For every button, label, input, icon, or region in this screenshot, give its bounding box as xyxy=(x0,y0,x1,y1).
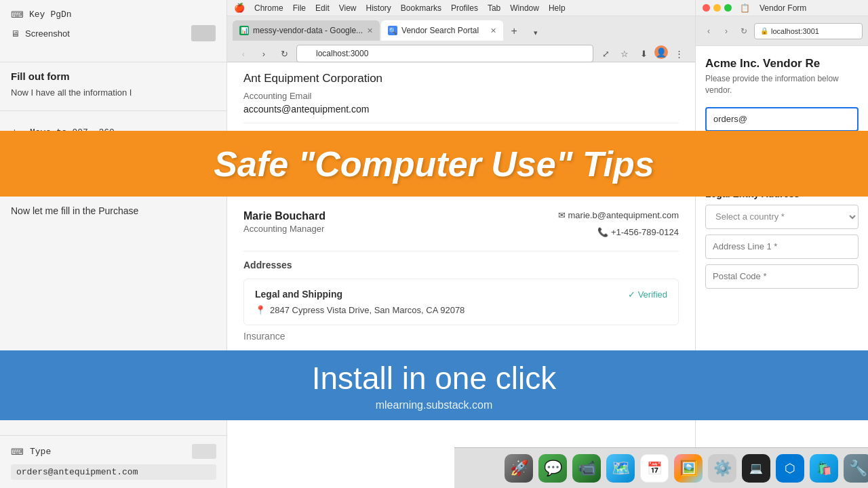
dock-prefs[interactable]: 🔧 xyxy=(844,454,868,483)
dock-photos[interactable]: 🖼️ xyxy=(674,454,703,483)
minimize-button[interactable] xyxy=(713,4,721,12)
menu-tab[interactable]: Tab xyxy=(488,3,500,13)
now-let-text: Now let me fill in the Purchase xyxy=(11,205,216,216)
left-bottom: ⌨ Type orders@antequipment.com xyxy=(0,435,227,488)
contact-name: Marie Bouchard xyxy=(243,210,326,222)
browser-chrome: 📊 messy-vendor-data - Google... ✕ 🔍 Vend… xyxy=(227,16,695,62)
address-bar-container: 🔒 xyxy=(296,45,593,62)
download-btn[interactable]: ⬇ xyxy=(635,45,652,62)
menu-file[interactable]: File xyxy=(293,3,306,13)
tab-spreadsheet[interactable]: 📊 messy-vendor-data - Google... ✕ xyxy=(233,20,380,41)
bottom-keyboard-icon: ⌨ xyxy=(11,447,24,457)
screenshot-btn[interactable]: ⤢ xyxy=(597,45,614,62)
dock-vscode[interactable]: ⬡ xyxy=(776,454,804,483)
fill-out-title: Fill out form xyxy=(11,70,216,82)
screenshot-icon: 🖥 xyxy=(11,28,20,39)
dock-store[interactable]: 🛍️ xyxy=(810,454,838,483)
tab-spreadsheet-close[interactable]: ✕ xyxy=(367,26,373,35)
menu-help[interactable]: Help xyxy=(549,3,566,13)
bottom-type-value: orders@antequipment.com xyxy=(11,464,216,480)
address-card-header: Legal and Shipping ✓ Verified xyxy=(255,289,667,300)
screenshot-label: Screenshot xyxy=(25,28,70,39)
divider-2 xyxy=(0,110,226,111)
company-name: Ant Equipment Corporation xyxy=(227,62,695,89)
back-button[interactable]: ‹ xyxy=(235,45,252,62)
profile-btn[interactable]: 👤 xyxy=(654,45,668,59)
contact-phone: +1-456-789-0124 xyxy=(611,227,679,237)
right-forward-btn[interactable]: › xyxy=(719,24,734,39)
bookmark-btn[interactable]: ☆ xyxy=(616,45,633,62)
dock-messages[interactable]: 💬 xyxy=(538,454,567,483)
tab-portal-close[interactable]: ✕ xyxy=(490,26,496,35)
address-card-title: Legal and Shipping xyxy=(255,289,342,300)
blue-banner: Install in one click mlearning.substack.… xyxy=(0,350,868,420)
tab-spreadsheet-label: messy-vendor-data - Google... xyxy=(253,26,363,35)
postal-code-input[interactable] xyxy=(705,264,859,289)
contact-right: ✉ marie.b@antequipment.com 📞 +1-456-789-… xyxy=(558,210,679,240)
portal-divider-1 xyxy=(243,123,679,123)
verified-badge: ✓ Verified xyxy=(628,289,667,300)
blue-banner-sub-text: mlearning.substack.com xyxy=(376,399,493,411)
country-select[interactable]: Select a country * xyxy=(705,205,859,229)
contact-card: Marie Bouchard Accounting Manager ✉ mari… xyxy=(227,191,695,251)
new-tab-button[interactable]: + xyxy=(505,22,524,41)
portal-content: Ant Equipment Corporation Accounting Ema… xyxy=(227,62,695,488)
refresh-button[interactable]: ↻ xyxy=(276,45,292,62)
location-icon: 📍 xyxy=(255,305,266,315)
menu-bookmarks[interactable]: Bookmarks xyxy=(401,3,441,13)
key-label: Key xyxy=(29,9,45,20)
orange-banner: Safe "Computer Use" Tips xyxy=(0,131,868,197)
right-url-bar[interactable]: 🔒 localhost:3001 xyxy=(754,23,863,39)
tab-vendor-portal[interactable]: 🔍 Vendor Search Portal ✕ xyxy=(381,20,503,41)
vendor-form-favicon: 📋 xyxy=(740,3,750,13)
key-icon: ⌨ xyxy=(11,9,24,20)
menu-chrome[interactable]: Chrome xyxy=(254,3,283,13)
vendor-form-subtitle: Please provide the information below ven… xyxy=(705,73,859,96)
right-back-btn[interactable]: ‹ xyxy=(701,24,716,39)
right-refresh-btn[interactable]: ↻ xyxy=(736,24,751,39)
menu-window[interactable]: Window xyxy=(510,3,539,13)
right-mac-bar: 📋 Vendor Form xyxy=(696,0,868,16)
key-row: ⌨ Key PgDn xyxy=(11,9,216,20)
mac-menubar: 🍎 Chrome File Edit View History Bookmark… xyxy=(227,0,695,16)
right-window-title: Vendor Form xyxy=(760,3,806,13)
menu-profiles[interactable]: Profiles xyxy=(451,3,478,13)
menu-edit[interactable]: Edit xyxy=(315,3,330,13)
accounting-email-label: Accounting Email xyxy=(227,89,695,102)
address-card: Legal and Shipping ✓ Verified 📍 2847 Cyp… xyxy=(243,279,679,325)
addresses-section: Addresses Legal and Shipping ✓ Verified … xyxy=(227,260,695,325)
more-btn[interactable]: ⋮ xyxy=(671,45,687,62)
contact-phone-row: 📞 +1-456-789-0124 xyxy=(597,227,679,237)
right-url-text: localhost:3001 xyxy=(771,27,819,35)
dock-launchpad[interactable]: 🚀 xyxy=(505,454,533,483)
address-input[interactable] xyxy=(296,45,593,62)
tab-portal-favicon: 🔍 xyxy=(388,26,397,35)
accounting-email-value: accounts@antequipment.com xyxy=(227,102,695,123)
blue-banner-main-text: Install in one click xyxy=(312,360,557,396)
dock-terminal[interactable]: 💻 xyxy=(742,454,770,483)
dock-maps[interactable]: 🗺️ xyxy=(606,454,635,483)
addresses-label: Addresses xyxy=(243,260,679,270)
tab-dropdown-button[interactable]: ▾ xyxy=(528,24,544,41)
dock-facetime[interactable]: 📹 xyxy=(572,454,601,483)
bottom-kbd-thumb xyxy=(192,444,216,459)
dock-settings[interactable]: ⚙️ xyxy=(708,454,736,483)
maximize-button[interactable] xyxy=(724,4,732,12)
forward-button[interactable]: › xyxy=(256,45,272,62)
address-line1-input[interactable] xyxy=(705,235,859,259)
phone-icon: 📞 xyxy=(597,227,608,237)
close-button[interactable] xyxy=(703,4,710,12)
left-top-section: ⌨ Key PgDn 🖥 Screenshot xyxy=(0,0,226,62)
dock-calendar[interactable]: 📅 xyxy=(640,454,669,483)
orange-banner-text: Safe "Computer Use" Tips xyxy=(214,144,654,184)
key-value: PgDn xyxy=(50,9,71,20)
verified-icon: ✓ xyxy=(628,289,635,300)
orders-email-input[interactable] xyxy=(705,107,859,131)
contact-row: Marie Bouchard Accounting Manager ✉ mari… xyxy=(243,210,679,240)
contact-email-row: ✉ marie.b@antequipment.com xyxy=(558,210,679,220)
email-icon: ✉ xyxy=(558,210,566,220)
contact-email: marie.b@antequipment.com xyxy=(568,210,679,220)
bottom-action-row: ⌨ Type xyxy=(11,444,216,459)
menu-view[interactable]: View xyxy=(339,3,357,13)
menu-history[interactable]: History xyxy=(366,3,391,13)
